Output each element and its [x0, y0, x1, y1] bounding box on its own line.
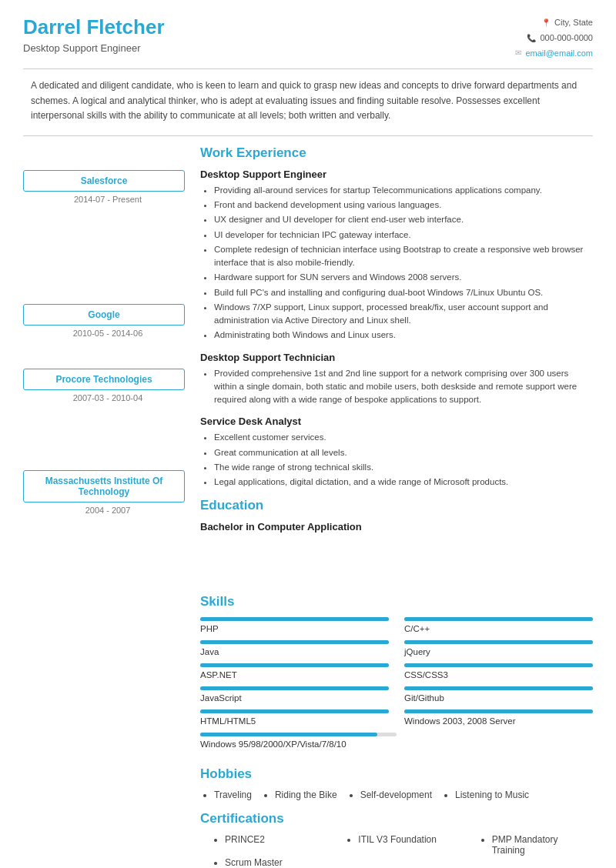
- skill-windows-server: Windows 2003, 2008 Server: [404, 709, 593, 726]
- job-bullets-1: Providing all-around services for startu…: [200, 184, 593, 342]
- sidebar-google: Google 2010-05 - 2014-06: [23, 304, 185, 338]
- bullet-1-5: Hardware support for SUN servers and Win…: [214, 271, 593, 284]
- skill-name-jquery: jQuery: [404, 647, 430, 656]
- location-item: 📍 City, State: [515, 15, 593, 31]
- bullet-2-0: Provided comprehensive 1st and 2nd line …: [214, 367, 593, 407]
- education-title: Education: [200, 498, 593, 513]
- hobby-3: Listening to Music: [455, 790, 529, 800]
- cert-0: PRINCE2: [225, 834, 326, 845]
- content-area: Work Experience Desktop Support Engineer…: [192, 145, 593, 868]
- skill-java: Java: [200, 640, 389, 657]
- skill-name-js: JavaScript: [200, 693, 242, 703]
- date-procore: 2007-03 - 2010-04: [23, 393, 185, 402]
- certifications-title: Certifications: [200, 811, 593, 826]
- skill-php: PHP: [200, 617, 389, 634]
- skill-aspnet: ASP.NET: [200, 663, 389, 680]
- bullet-3-2: The wide range of strong technical skill…: [214, 461, 593, 474]
- bullet-1-6: Build full PC's and installing and confi…: [214, 286, 593, 299]
- edu-degree: Bachelor in Computer Application: [200, 521, 593, 532]
- skill-bar-java: [200, 640, 389, 644]
- header-right: 📍 City, State 📞 000-000-0000 ✉ email@ema…: [515, 15, 593, 61]
- cert-3: Scrum Master: [225, 857, 326, 868]
- skill-bar-js: [200, 686, 389, 690]
- hobby-0: Traveling: [214, 790, 252, 800]
- cert-1: ITIL V3 Foundation: [358, 834, 459, 845]
- skill-name-css: CSS/CSS3: [404, 670, 448, 679]
- skill-name-java: Java: [200, 647, 219, 656]
- company-salesforce: Salesforce: [23, 170, 185, 192]
- hobbies-section: Hobbies Traveling Riding the Bike Self-d…: [200, 766, 593, 800]
- summary-divider: [23, 135, 593, 136]
- job-title-2: Desktop Support Technician: [200, 352, 593, 363]
- hobby-2: Self-development: [360, 790, 432, 800]
- skill-bar-jquery: [404, 640, 593, 644]
- bullet-1-2: UX designer and UI developer for client …: [214, 213, 593, 226]
- skill-name-php: PHP: [200, 624, 219, 633]
- date-google: 2010-05 - 2014-06: [23, 329, 185, 338]
- phone-text: 000-000-0000: [540, 31, 593, 46]
- bullet-1-1: Front and backend development using vari…: [214, 199, 593, 212]
- bullet-3-3: Legal applications, digital dictation, a…: [214, 476, 593, 489]
- company-mit: Massachusetts Institute Of Technology: [23, 470, 185, 502]
- sidebar-salesforce: Salesforce 2014-07 - Present: [23, 170, 185, 204]
- bullet-1-4: Complete redesign of technician interfac…: [214, 243, 593, 270]
- skill-name-html: HTML/HTML5: [200, 716, 256, 726]
- job-bullets-3: Excellent customer services. Great commu…: [200, 431, 593, 489]
- skill-bar-cpp: [404, 617, 593, 621]
- skill-windows-legacy: Windows 95/98/2000/XP/Vista/7/8/10: [200, 733, 593, 749]
- hobbies-list: Traveling Riding the Bike Self-developme…: [200, 790, 593, 800]
- email-item: ✉ email@email.com: [515, 46, 593, 62]
- sidebar-mit: Massachusetts Institute Of Technology 20…: [23, 470, 185, 515]
- skill-name-aspnet: ASP.NET: [200, 670, 237, 679]
- skill-bar-html: [200, 709, 389, 713]
- header-divider: [23, 68, 593, 69]
- skill-jquery: jQuery: [404, 640, 593, 657]
- skill-name-git: Git/Github: [404, 693, 444, 703]
- bullet-1-8: Administrating both Windows and Linux us…: [214, 329, 593, 342]
- bullet-1-0: Providing all-around services for startu…: [214, 184, 593, 197]
- skill-bar-aspnet: [200, 663, 389, 667]
- job-bullets-2: Provided comprehensive 1st and 2nd line …: [200, 367, 593, 407]
- email-link[interactable]: email@email.com: [525, 46, 593, 62]
- company-google: Google: [23, 304, 185, 326]
- skill-bar-windows-server: [404, 709, 593, 713]
- skill-bar-git: [404, 686, 593, 690]
- skill-js: JavaScript: [200, 686, 389, 703]
- skill-html: HTML/HTML5: [200, 709, 389, 726]
- summary-text: A dedicated and diligent candidate, who …: [23, 78, 593, 123]
- hobbies-title: Hobbies: [200, 766, 593, 782]
- header-left: Darrel Fletcher Desktop Support Engineer: [23, 15, 165, 54]
- bullet-1-7: Windows 7/XP support, Linux support, pro…: [214, 301, 593, 328]
- skills-grid: PHP C/C++ Java jQuery: [200, 617, 593, 756]
- location-text: City, State: [554, 15, 593, 31]
- date-mit: 2004 - 2007: [23, 506, 185, 515]
- job-title-1: Desktop Support Engineer: [200, 169, 593, 180]
- certifications-section: Certifications PRINCE2 ITIL V3 Foundatio…: [200, 811, 593, 868]
- skill-name-cpp: C/C++: [404, 624, 430, 633]
- company-procore: Procore Technologies: [23, 369, 185, 390]
- location-icon: 📍: [541, 16, 551, 30]
- bullet-3-1: Great communication at all levels.: [214, 446, 593, 459]
- bullet-3-0: Excellent customer services.: [214, 431, 593, 444]
- skill-name-windows-legacy: Windows 95/98/2000/XP/Vista/7/8/10: [200, 739, 346, 749]
- work-experience-title: Work Experience: [200, 145, 593, 161]
- skill-name-windows-server: Windows 2003, 2008 Server: [404, 716, 515, 726]
- date-salesforce: 2014-07 - Present: [23, 195, 185, 204]
- sidebar: Salesforce 2014-07 - Present Google 2010…: [23, 145, 192, 868]
- hobby-1: Riding the Bike: [275, 790, 337, 800]
- sidebar-procore: Procore Technologies 2007-03 - 2010-04: [23, 369, 185, 402]
- cert-2: PMP Mandatory Training: [492, 834, 593, 856]
- header: Darrel Fletcher Desktop Support Engineer…: [23, 15, 593, 61]
- email-icon: ✉: [515, 46, 521, 60]
- main-layout: Salesforce 2014-07 - Present Google 2010…: [23, 145, 593, 868]
- skill-git: Git/Github: [404, 686, 593, 703]
- resume-container: Darrel Fletcher Desktop Support Engineer…: [0, 0, 616, 868]
- phone-icon: 📞: [527, 32, 536, 45]
- candidate-name: Darrel Fletcher: [23, 15, 165, 39]
- phone-item: 📞 000-000-0000: [515, 31, 593, 46]
- skills-title: Skills: [200, 594, 593, 609]
- skill-bar-css: [404, 663, 593, 667]
- skill-bar-windows-legacy: [200, 733, 377, 736]
- skill-bar-php: [200, 617, 389, 621]
- job-title-header: Desktop Support Engineer: [23, 42, 165, 54]
